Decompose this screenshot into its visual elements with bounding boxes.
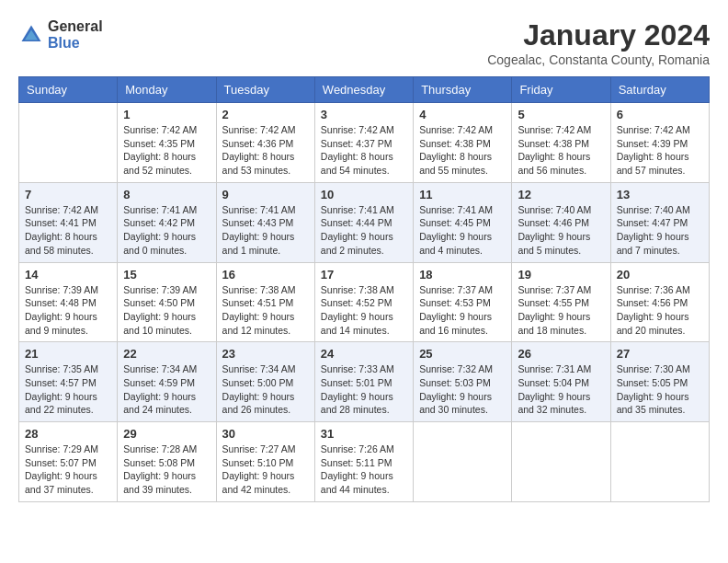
day-detail: Sunrise: 7:40 AMSunset: 4:46 PMDaylight:… [518,203,604,258]
day-detail: Sunrise: 7:31 AMSunset: 5:04 PMDaylight:… [518,362,604,417]
location-subtitle: Cogealac, Constanta County, Romania [487,52,710,67]
day-cell: 29Sunrise: 7:28 AMSunset: 5:08 PMDayligh… [118,422,216,502]
day-number: 29 [123,427,210,441]
day-number: 10 [321,188,407,201]
day-detail: Sunrise: 7:38 AMSunset: 4:52 PMDaylight:… [321,283,407,338]
logo-icon [18,22,44,48]
calendar-header-row: Sunday Monday Tuesday Wednesday Thursday… [19,77,710,103]
day-cell: 16Sunrise: 7:38 AMSunset: 4:51 PMDayligh… [216,262,314,342]
day-detail: Sunrise: 7:37 AMSunset: 4:53 PMDaylight:… [419,283,506,338]
week-row-5: 28Sunrise: 7:29 AMSunset: 5:07 PMDayligh… [19,422,710,502]
logo-text: General Blue [48,18,103,52]
day-number: 7 [25,188,111,201]
day-cell: 22Sunrise: 7:34 AMSunset: 4:59 PMDayligh… [118,342,216,422]
week-row-3: 14Sunrise: 7:39 AMSunset: 4:48 PMDayligh… [19,262,710,342]
day-cell [414,422,512,502]
day-number: 8 [123,188,210,201]
col-saturday: Saturday [610,77,709,103]
day-detail: Sunrise: 7:42 AMSunset: 4:38 PMDaylight:… [518,123,604,178]
day-number: 11 [419,188,506,201]
day-cell: 20Sunrise: 7:36 AMSunset: 4:56 PMDayligh… [610,262,709,342]
col-monday: Monday [118,77,216,103]
day-cell: 7Sunrise: 7:42 AMSunset: 4:41 PMDaylight… [19,182,118,262]
logo-general: General [48,18,103,35]
day-cell: 2Sunrise: 7:42 AMSunset: 4:36 PMDaylight… [216,103,314,183]
day-number: 23 [222,347,309,361]
day-detail: Sunrise: 7:42 AMSunset: 4:38 PMDaylight:… [419,123,506,178]
day-cell: 28Sunrise: 7:29 AMSunset: 5:07 PMDayligh… [19,422,118,502]
week-row-1: 1Sunrise: 7:42 AMSunset: 4:35 PMDaylight… [19,103,710,183]
day-detail: Sunrise: 7:34 AMSunset: 4:59 PMDaylight:… [123,362,210,417]
month-title: January 2024 [487,18,710,52]
day-detail: Sunrise: 7:42 AMSunset: 4:41 PMDaylight:… [25,203,111,258]
col-thursday: Thursday [414,77,512,103]
day-cell: 21Sunrise: 7:35 AMSunset: 4:57 PMDayligh… [19,342,118,422]
day-cell [610,422,709,502]
col-tuesday: Tuesday [216,77,314,103]
day-cell: 26Sunrise: 7:31 AMSunset: 5:04 PMDayligh… [512,342,610,422]
day-cell: 15Sunrise: 7:39 AMSunset: 4:50 PMDayligh… [118,262,216,342]
day-cell [512,422,610,502]
day-cell: 6Sunrise: 7:42 AMSunset: 4:39 PMDaylight… [610,103,709,183]
day-detail: Sunrise: 7:38 AMSunset: 4:51 PMDaylight:… [222,283,309,338]
day-cell: 11Sunrise: 7:41 AMSunset: 4:45 PMDayligh… [414,182,512,262]
day-cell: 4Sunrise: 7:42 AMSunset: 4:38 PMDaylight… [414,103,512,183]
day-cell: 30Sunrise: 7:27 AMSunset: 5:10 PMDayligh… [216,422,314,502]
calendar-table: Sunday Monday Tuesday Wednesday Thursday… [18,76,710,502]
day-detail: Sunrise: 7:39 AMSunset: 4:50 PMDaylight:… [123,283,210,338]
day-number: 5 [518,108,604,121]
day-cell: 13Sunrise: 7:40 AMSunset: 4:47 PMDayligh… [610,182,709,262]
day-number: 31 [321,427,407,441]
day-cell: 1Sunrise: 7:42 AMSunset: 4:35 PMDaylight… [118,103,216,183]
col-friday: Friday [512,77,610,103]
day-number: 17 [321,268,407,282]
day-cell: 10Sunrise: 7:41 AMSunset: 4:44 PMDayligh… [314,182,413,262]
day-detail: Sunrise: 7:41 AMSunset: 4:44 PMDaylight:… [321,203,407,258]
col-sunday: Sunday [19,77,118,103]
day-cell: 12Sunrise: 7:40 AMSunset: 4:46 PMDayligh… [512,182,610,262]
day-detail: Sunrise: 7:28 AMSunset: 5:08 PMDaylight:… [123,442,210,497]
day-number: 26 [518,347,604,361]
day-cell: 17Sunrise: 7:38 AMSunset: 4:52 PMDayligh… [314,262,413,342]
day-detail: Sunrise: 7:37 AMSunset: 4:55 PMDaylight:… [518,283,604,338]
day-number: 16 [222,268,309,282]
day-detail: Sunrise: 7:27 AMSunset: 5:10 PMDaylight:… [222,442,309,497]
day-cell: 19Sunrise: 7:37 AMSunset: 4:55 PMDayligh… [512,262,610,342]
day-cell: 31Sunrise: 7:26 AMSunset: 5:11 PMDayligh… [314,422,413,502]
day-detail: Sunrise: 7:30 AMSunset: 5:05 PMDaylight:… [617,362,703,417]
day-number: 25 [419,347,506,361]
day-number: 21 [25,347,111,361]
day-number: 1 [123,108,210,121]
day-number: 3 [321,108,407,121]
day-number: 24 [321,347,407,361]
day-detail: Sunrise: 7:41 AMSunset: 4:42 PMDaylight:… [123,203,210,258]
day-detail: Sunrise: 7:39 AMSunset: 4:48 PMDaylight:… [25,283,111,338]
day-number: 9 [222,188,309,201]
day-detail: Sunrise: 7:42 AMSunset: 4:35 PMDaylight:… [123,123,210,178]
day-cell: 8Sunrise: 7:41 AMSunset: 4:42 PMDaylight… [118,182,216,262]
day-cell: 18Sunrise: 7:37 AMSunset: 4:53 PMDayligh… [414,262,512,342]
day-cell: 27Sunrise: 7:30 AMSunset: 5:05 PMDayligh… [610,342,709,422]
col-wednesday: Wednesday [314,77,413,103]
day-detail: Sunrise: 7:29 AMSunset: 5:07 PMDaylight:… [25,442,111,497]
day-detail: Sunrise: 7:33 AMSunset: 5:01 PMDaylight:… [321,362,407,417]
day-number: 6 [617,108,703,121]
day-number: 18 [419,268,506,282]
day-detail: Sunrise: 7:42 AMSunset: 4:39 PMDaylight:… [617,123,703,178]
day-number: 13 [617,188,703,201]
day-cell [19,103,118,183]
day-detail: Sunrise: 7:26 AMSunset: 5:11 PMDaylight:… [321,442,407,497]
day-number: 27 [617,347,703,361]
day-number: 4 [419,108,506,121]
day-number: 15 [123,268,210,282]
day-number: 12 [518,188,604,201]
logo: General Blue [18,18,103,52]
day-detail: Sunrise: 7:42 AMSunset: 4:36 PMDaylight:… [222,123,309,178]
day-cell: 14Sunrise: 7:39 AMSunset: 4:48 PMDayligh… [19,262,118,342]
day-cell: 3Sunrise: 7:42 AMSunset: 4:37 PMDaylight… [314,103,413,183]
day-number: 22 [123,347,210,361]
day-cell: 25Sunrise: 7:32 AMSunset: 5:03 PMDayligh… [414,342,512,422]
day-number: 14 [25,268,111,282]
day-detail: Sunrise: 7:34 AMSunset: 5:00 PMDaylight:… [222,362,309,417]
day-number: 19 [518,268,604,282]
